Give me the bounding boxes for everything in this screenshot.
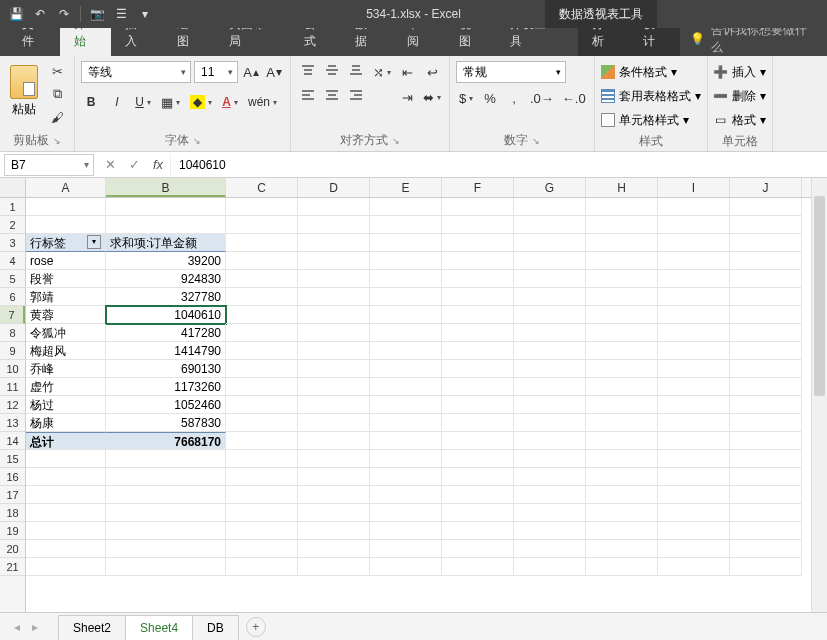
cell[interactable] (514, 216, 586, 234)
format-painter-icon[interactable]: 🖌 (46, 107, 68, 127)
cells-area[interactable]: 行标签▾求和项:订单金额rose39200段誉924830郭靖327780黄蓉1… (26, 198, 811, 612)
cell[interactable] (106, 216, 226, 234)
percent-format-button[interactable]: % (480, 87, 500, 109)
cell[interactable] (26, 486, 106, 504)
cell[interactable] (106, 486, 226, 504)
cell[interactable] (226, 306, 298, 324)
cell[interactable]: rose (26, 252, 106, 270)
cell[interactable]: 587830 (106, 414, 226, 432)
qat-customize-icon[interactable]: ▾ (135, 4, 155, 24)
cell[interactable] (370, 468, 442, 486)
cell[interactable] (442, 378, 514, 396)
cell-styles-button[interactable]: 单元格样式 ▾ (601, 109, 689, 131)
cell[interactable] (370, 396, 442, 414)
row-header-16[interactable]: 16 (0, 468, 25, 486)
cell[interactable] (586, 216, 658, 234)
cell[interactable]: 417280 (106, 324, 226, 342)
cell[interactable] (658, 414, 730, 432)
cell[interactable] (730, 432, 802, 450)
underline-button[interactable]: U (133, 91, 153, 113)
cell[interactable]: 郭靖 (26, 288, 106, 306)
cell[interactable] (226, 468, 298, 486)
pivot-total-value[interactable]: 7668170 (106, 432, 226, 450)
cell[interactable] (226, 342, 298, 360)
cell[interactable] (514, 504, 586, 522)
cell[interactable] (730, 324, 802, 342)
cell[interactable] (298, 288, 370, 306)
cell[interactable] (586, 486, 658, 504)
cell[interactable] (586, 540, 658, 558)
cell[interactable] (226, 198, 298, 216)
cell[interactable] (658, 468, 730, 486)
cell[interactable] (586, 324, 658, 342)
row-header-17[interactable]: 17 (0, 486, 25, 504)
select-all-corner[interactable] (0, 178, 26, 198)
cell[interactable] (442, 558, 514, 576)
cell[interactable]: 杨康 (26, 414, 106, 432)
cell[interactable] (514, 360, 586, 378)
cell[interactable] (586, 522, 658, 540)
cell[interactable] (106, 198, 226, 216)
cell[interactable] (106, 522, 226, 540)
cell[interactable] (514, 198, 586, 216)
cell[interactable] (514, 450, 586, 468)
cell[interactable] (370, 522, 442, 540)
cell[interactable] (586, 288, 658, 306)
cell[interactable]: 梅超风 (26, 342, 106, 360)
cell[interactable] (586, 396, 658, 414)
cell[interactable] (298, 504, 370, 522)
cell[interactable] (298, 378, 370, 396)
cell[interactable] (730, 234, 802, 252)
cell[interactable] (298, 342, 370, 360)
row-header-4[interactable]: 4 (0, 252, 25, 270)
cell[interactable] (370, 216, 442, 234)
column-header-D[interactable]: D (298, 178, 370, 197)
cell[interactable] (106, 504, 226, 522)
enter-formula-icon[interactable]: ✓ (122, 157, 146, 172)
cell[interactable]: 虚竹 (26, 378, 106, 396)
alignment-launcher-icon[interactable]: ↘ (392, 136, 400, 146)
cell[interactable] (514, 486, 586, 504)
cell[interactable] (298, 306, 370, 324)
cell[interactable] (370, 558, 442, 576)
cell[interactable] (586, 378, 658, 396)
cell[interactable] (586, 306, 658, 324)
cell[interactable] (442, 450, 514, 468)
cell[interactable] (370, 540, 442, 558)
cell[interactable]: 39200 (106, 252, 226, 270)
name-box[interactable]: B7 (4, 154, 94, 176)
align-bottom-icon[interactable] (345, 61, 367, 81)
cell[interactable] (226, 360, 298, 378)
cell[interactable] (658, 558, 730, 576)
cell[interactable] (658, 504, 730, 522)
sheet-tab-db[interactable]: DB (192, 615, 239, 640)
cell[interactable] (514, 432, 586, 450)
cell[interactable] (586, 504, 658, 522)
conditional-format-button[interactable]: 条件格式 ▾ (601, 61, 677, 83)
cell[interactable] (442, 270, 514, 288)
row-header-10[interactable]: 10 (0, 360, 25, 378)
pivot-row-label-header[interactable]: 行标签▾ (26, 234, 106, 252)
cell[interactable] (586, 198, 658, 216)
cell[interactable] (586, 270, 658, 288)
cell[interactable] (514, 396, 586, 414)
cell[interactable]: 黄蓉 (26, 306, 106, 324)
fill-color-button[interactable]: ◆ (188, 91, 214, 113)
cell[interactable] (370, 504, 442, 522)
cell[interactable]: 690130 (106, 360, 226, 378)
cell[interactable] (370, 288, 442, 306)
cell[interactable] (514, 342, 586, 360)
cell[interactable] (442, 234, 514, 252)
cell[interactable] (658, 450, 730, 468)
clipboard-launcher-icon[interactable]: ↘ (53, 136, 61, 146)
undo-icon[interactable]: ↶ (30, 4, 50, 24)
cell[interactable] (226, 432, 298, 450)
cell[interactable] (442, 252, 514, 270)
column-header-C[interactable]: C (226, 178, 298, 197)
cell[interactable] (658, 378, 730, 396)
cell[interactable] (586, 234, 658, 252)
cell[interactable] (298, 252, 370, 270)
comma-format-button[interactable]: , (504, 87, 524, 109)
cell[interactable] (298, 234, 370, 252)
cell[interactable] (298, 270, 370, 288)
